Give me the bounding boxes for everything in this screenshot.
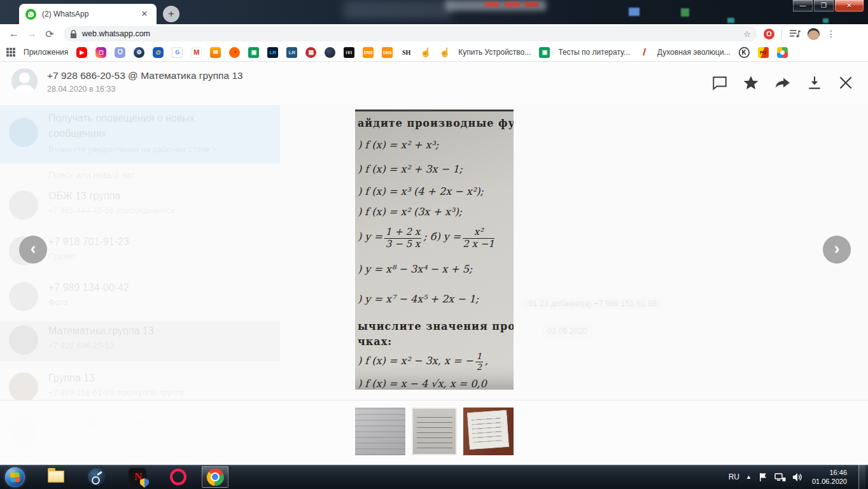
photo-line: ) f (x) = x² (3x + x³); [358,206,462,218]
file-explorer-icon[interactable] [46,467,66,486]
taskbar-clock[interactable]: 16:46 01.06.2020 [809,468,852,486]
action-center-flag-icon[interactable] [758,472,768,482]
chrome-profile-avatar[interactable] [808,28,820,40]
bookmark-spiritual-icon[interactable]: Ⅰ [638,47,649,58]
extension-opera-icon[interactable]: O [764,29,774,39]
bookmark-pointer2-icon[interactable]: ☝ [439,47,450,58]
bookmark-dns2-icon[interactable]: DNS [382,47,393,58]
bookmark-classroom-icon[interactable]: ▣ [248,47,259,58]
bookmark-translate-icon[interactable]: G [172,47,183,58]
chat-row: ОБЖ 13 группа+7 965 444-45-56 присоедини… [0,187,280,226]
chrome-menu-icon[interactable]: ⋮ [827,29,836,39]
windows-taskbar: N RU ▲ 16:46 01.06.2020 [0,465,868,489]
bookmark-kinopoisk-icon[interactable]: ◔ [229,47,240,58]
viewer-timestamp: 28.04.2020 в 16:33 [47,85,115,94]
new-tab-button[interactable]: + [163,6,179,22]
bookmark-sh-icon[interactable]: SH [401,47,412,58]
bookmark-discord-icon[interactable]: ᗜ [115,47,125,58]
forward-icon[interactable] [774,74,791,91]
opera-gx-icon[interactable] [169,467,188,486]
forward-button[interactable]: → [23,28,41,39]
steam-icon[interactable] [87,467,106,486]
whatsapp-favicon [25,9,36,20]
start-button[interactable] [5,467,25,487]
chat-row-selected: Математика группа 13+7 928 686-20-53 [0,322,280,361]
bookmark-yandex-mail-icon[interactable]: ✉ [210,47,221,58]
download-icon[interactable] [806,74,823,91]
show-desktop-button[interactable] [858,465,865,489]
star-icon[interactable] [743,74,759,91]
tab-close-icon[interactable]: ✕ [139,8,150,20]
back-button[interactable]: ← [5,28,23,39]
separator [781,29,782,39]
language-indicator[interactable]: RU [729,472,739,481]
bookmark-p3-icon[interactable]: РЗ [758,47,769,58]
browser-titlebar: (2) WhatsApp ✕ + — ❐ ✕ [0,0,868,24]
bookmark-lightroom-icon[interactable]: LR [267,47,278,58]
bookmark-cat-icon[interactable] [325,47,335,58]
chrome-taskbar-button-active[interactable] [202,466,228,488]
close-button[interactable]: ✕ [834,0,864,12]
search-bar-faint: Поиск или новый чат [48,170,135,180]
apps-grid-icon[interactable] [6,48,15,57]
message-icon[interactable] [711,74,728,91]
bookmark-mailru-icon[interactable]: @ [153,47,164,58]
photo-line: ) f (x) = x³ (4 + 2x − x²); [358,185,484,197]
close-viewer-icon[interactable] [837,74,854,91]
bookmark-equalizer-icon[interactable]: l‖l [344,47,354,58]
network-icon[interactable] [774,472,786,482]
reload-button[interactable]: ⟳ [41,28,59,40]
extensions-area: O ⋮ [764,28,836,40]
thumbnail-3[interactable] [463,408,514,455]
tab-title: (2) WhatsApp [42,10,139,18]
bookmarks-bar: Приложения ▶ ◻ ᗜ ⚙ @ G M ✉ ◔ ▣ LR LR ▤ l… [0,43,868,62]
netflix-icon[interactable]: N [128,467,147,486]
wallpaper-blob [823,18,829,23]
viewer-title: +7 928 686-20-53 @ Математика группа 13 [47,70,243,82]
tray-expand-icon[interactable]: ▲ [746,474,752,480]
photo-line: ) y = x⁸ − 3x⁴ − x + 5; [358,263,472,275]
clock-date: 01.06.2020 [812,477,847,486]
bookmark-star-icon[interactable]: ☆ [743,29,751,39]
bookmark-apps-label[interactable]: Приложения [24,48,68,57]
photo-line-fraction: ) f (x) = x² − 3x, x = −12, [358,352,488,371]
bookmark-colors-icon[interactable] [777,47,788,58]
bookmark-book-icon[interactable]: ▤ [305,47,316,58]
wallpaper-blob [344,0,452,19]
bookmark-youtube-icon[interactable]: ▶ [76,47,87,58]
bookmark-pointer-icon[interactable]: ☝ [420,47,431,58]
bookmark-spiritual-label[interactable]: Духовная эволюци... [657,48,731,57]
bookmark-steam-icon[interactable]: ⚙ [134,47,144,58]
photo-heading: ычислите значения прои [358,320,514,332]
wallpaper-blob [485,2,499,7]
photo-heading: айдите производные фун [358,117,514,129]
wallpaper-blob [727,18,734,23]
bookmark-clock-icon[interactable]: K [739,47,750,58]
sender-avatar[interactable] [11,68,38,94]
whatsapp-media-viewer: Получать оповещения о новых сообщениях В… [0,62,868,465]
photo-heading: чках: [358,336,392,348]
next-image-button[interactable]: › [823,236,851,264]
volume-icon[interactable] [792,472,803,482]
minimize-button[interactable]: — [792,0,813,12]
bookmark-gmail-icon[interactable]: M [191,47,202,58]
thumbnail-2-selected[interactable] [412,408,457,455]
browser-tab[interactable]: (2) WhatsApp ✕ [19,4,157,24]
photo-line: ) f (x) = x² + 3x − 1; [358,163,463,175]
window-controls: — ❐ ✕ [792,0,864,12]
browser-toolbar: ← → ⟳ web.whatsapp.com ☆ O ⋮ [0,24,868,43]
bookmark-lightroom2-icon[interactable]: LR [286,47,297,58]
photo-line: ) y = x⁷ − 4x⁵ + 2x − 1; [358,293,479,305]
bookmark-dns-icon[interactable]: DNS [363,47,374,58]
prev-image-button[interactable]: ‹ [19,236,47,264]
extension-playlist-icon[interactable] [789,29,801,38]
bookmark-literature-tests-label[interactable]: Тесты по литерату... [558,48,630,57]
address-bar[interactable]: web.whatsapp.com ☆ [64,26,757,41]
restore-button[interactable]: ❐ [813,0,834,12]
photo-line: ) f (x) = x − 4 √x, x = 0,0 [358,378,487,390]
bookmark-instagram-icon[interactable]: ◻ [95,47,106,58]
bookmark-classroom2-icon[interactable]: ▣ [539,47,550,58]
thumbnail-1[interactable] [355,408,405,455]
system-message-faint: 91-23 добавил(а) +7 989 151-61-98 [523,297,662,310]
bookmark-buy-device-label[interactable]: Купить Устройство... [458,48,531,57]
